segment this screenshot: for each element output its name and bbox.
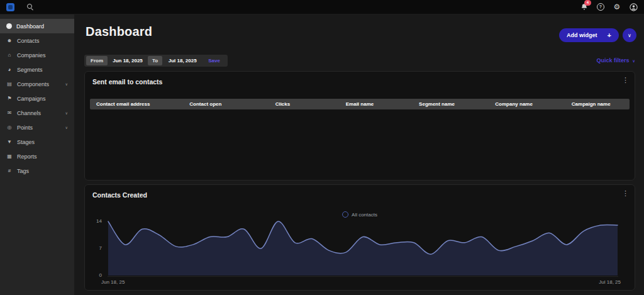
account-button[interactable] <box>629 3 638 11</box>
chevron-down-icon: ∨ <box>65 82 68 86</box>
stages-icon: ▼ <box>6 139 13 145</box>
channels-icon: ✉ <box>6 110 13 116</box>
sidebar-item-reports[interactable]: ▦ Reports <box>0 149 74 164</box>
gear-icon: ⚙ <box>614 3 621 11</box>
magnifier-handle <box>31 8 33 11</box>
components-icon: ▤ <box>6 81 13 87</box>
dashboard-icon: ✓ <box>6 23 12 29</box>
notifications-button[interactable]: 4 <box>580 3 589 11</box>
table-body-empty <box>90 109 630 175</box>
sidebar-item-channels[interactable]: ✉ Channels ∨ <box>0 106 74 120</box>
widget-title: Sent email to contacts <box>92 78 162 86</box>
date-to-input[interactable]: Jul 18, 2025 <box>163 58 202 64</box>
segments-icon: ◕ <box>6 67 13 72</box>
notification-badge: 4 <box>584 0 591 6</box>
column-header: Company name <box>475 101 553 107</box>
column-header: Campaign name <box>552 101 630 107</box>
column-header: Contact open <box>167 101 245 107</box>
topbar-actions: 4 ? ⚙ <box>580 3 644 11</box>
x-axis-tick-end: Jul 18, 25 <box>599 279 621 285</box>
from-label: From <box>86 56 108 65</box>
add-widget-button[interactable]: Add widget + <box>559 28 619 42</box>
reports-icon: ▦ <box>6 153 13 159</box>
sidebar-item-campaigns[interactable]: ⚑ Campaigns <box>0 91 74 106</box>
table-header: Contact email addressContact openClicksE… <box>90 99 630 109</box>
campaigns-icon: ⚑ <box>6 96 13 101</box>
app-window: 4 ? ⚙ ✓ Dashboard ☻ Contacts <box>0 0 644 295</box>
search-icon[interactable] <box>26 3 35 11</box>
widget-menu-button[interactable]: ⋮ <box>622 189 629 198</box>
companies-icon: ⌂ <box>6 52 13 58</box>
sidebar: ✓ Dashboard ☻ Contacts ⌂ Companies ◕ Seg… <box>0 14 74 295</box>
legend-label: All contacts <box>352 212 377 218</box>
y-axis-tick: 7 <box>85 245 102 251</box>
legend-circle-icon <box>342 211 348 218</box>
tags-icon: # <box>6 168 13 174</box>
points-icon: ◎ <box>6 125 13 130</box>
x-axis-line <box>108 276 618 277</box>
sidebar-item-components[interactable]: ▤ Components ∨ <box>0 77 74 91</box>
y-axis-tick: 0 <box>85 272 102 278</box>
app-logo[interactable] <box>6 3 14 11</box>
chevron-down-icon: ∨ <box>65 125 68 130</box>
main-content: Dashboard Add widget + ∨ From Jun 18, 20… <box>74 14 644 295</box>
column-header: Segment name <box>398 101 475 107</box>
sidebar-item-dashboard[interactable]: ✓ Dashboard <box>0 19 74 33</box>
date-filter-bar: From Jun 18, 2025 To Jul 18, 2025 Save <box>84 55 228 67</box>
chevron-down-icon: ∨ <box>633 58 635 63</box>
widget-title: Contacts Created <box>92 191 147 199</box>
widget-menu-button[interactable]: ⋮ <box>622 76 629 84</box>
quick-filters-label: Quick filters <box>597 57 630 64</box>
date-from-input[interactable]: Jun 18, 2025 <box>108 58 147 64</box>
add-widget-group: Add widget + ∨ <box>559 28 636 42</box>
column-header: Clicks <box>244 101 321 107</box>
question-icon: ? <box>597 3 604 11</box>
column-header: Email name <box>321 101 399 107</box>
widget-sent-email-to-contacts: Sent email to contacts ⋮ Contact email a… <box>84 71 635 181</box>
y-axis-tick: 14 <box>85 218 102 224</box>
widget-contacts-created: Contacts Created ⋮ All contacts 14 7 0 J… <box>84 184 635 291</box>
save-button[interactable]: Save <box>202 58 226 64</box>
contacts-created-chart <box>108 218 618 276</box>
add-widget-label: Add widget <box>567 32 597 38</box>
quick-filters-button[interactable]: Quick filters ∨ <box>597 57 635 64</box>
sidebar-item-points[interactable]: ◎ Points ∨ <box>0 120 74 135</box>
settings-button[interactable]: ⚙ <box>613 3 621 11</box>
sidebar-item-segments[interactable]: ◕ Segments <box>0 62 74 77</box>
chart-legend[interactable]: All contacts <box>342 211 377 218</box>
help-button[interactable]: ? <box>596 3 605 11</box>
add-widget-dropdown-button[interactable]: ∨ <box>623 28 636 42</box>
to-label: To <box>148 56 162 65</box>
user-icon <box>630 3 638 11</box>
x-axis-tick-start: Jun 18, 25 <box>101 279 125 285</box>
sidebar-item-companies[interactable]: ⌂ Companies <box>0 48 74 62</box>
chevron-down-icon: ∨ <box>628 33 631 38</box>
chart-area <box>108 221 618 276</box>
topbar: 4 ? ⚙ <box>0 0 644 14</box>
sidebar-item-tags[interactable]: # Tags <box>0 164 74 178</box>
sidebar-item-contacts[interactable]: ☻ Contacts <box>0 33 74 48</box>
plus-icon: + <box>608 31 611 39</box>
sidebar-item-stages[interactable]: ▼ Stages <box>0 135 74 149</box>
column-header: Contact email address <box>90 101 167 107</box>
chevron-down-icon: ∨ <box>65 111 68 115</box>
contacts-icon: ☻ <box>6 38 13 43</box>
page-title: Dashboard <box>86 25 152 39</box>
